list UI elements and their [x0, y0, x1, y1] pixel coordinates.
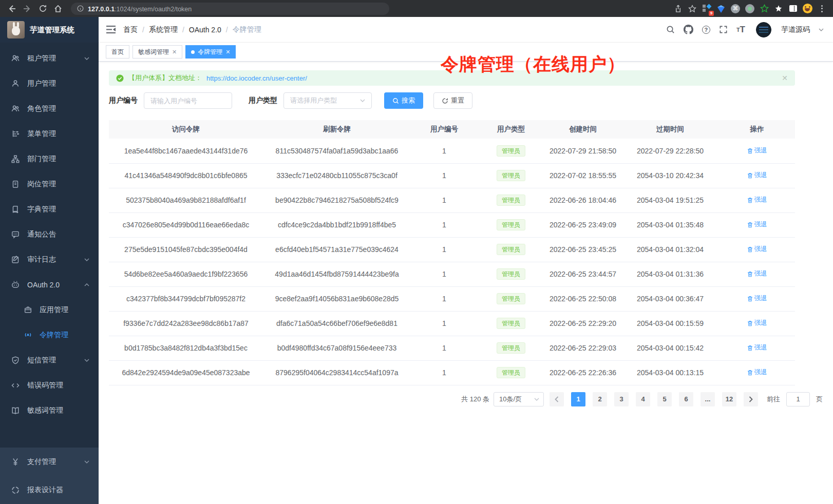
sidebar-item-audit-log[interactable]: 审计日志 [0, 247, 99, 272]
user-type-badge: 管理员 [497, 195, 525, 206]
github-icon[interactable] [684, 25, 693, 34]
prev-page-button[interactable] [550, 392, 564, 406]
page-button-6[interactable]: 6 [679, 392, 693, 406]
refresh-token-cell: b0df4980ffd34c67a08f9156e4eee733 [263, 336, 411, 360]
extension-blocks-icon[interactable]: 9 [701, 3, 713, 15]
user-type-cell: 管理员 [478, 237, 544, 262]
goto-page-input[interactable] [786, 392, 810, 406]
user-id-input[interactable] [144, 92, 232, 109]
sidebar-item-error-code[interactable]: 错误码管理 [0, 373, 99, 398]
trash-icon [747, 345, 753, 351]
force-logout-button[interactable]: 强退 [747, 319, 767, 327]
user-type-select[interactable]: 请选择用户类型 [283, 92, 372, 109]
table-row: 1ea5e44f8bc1467aaede43144f31de76811c5304… [109, 139, 795, 163]
force-logout-button[interactable]: 强退 [747, 196, 767, 204]
alert-close-icon[interactable]: ✕ [782, 74, 788, 82]
sidebar-item-report-designer[interactable]: 报表设计器 [0, 476, 99, 504]
more-pages-button[interactable]: ... [701, 392, 715, 406]
create-time-cell: 2022-07-29 21:58:50 [544, 139, 621, 163]
reload-icon[interactable] [36, 2, 49, 15]
filter-bar: 用户编号 用户类型 请选择用户类型 搜索 重置 [109, 92, 823, 109]
search-icon[interactable] [666, 25, 675, 34]
sidebar-item-sensitive-word[interactable]: 敏感词管理 [0, 398, 99, 423]
token-table: 访问令牌 刷新令牌 用户编号 用户类型 创建时间 过期时间 操作 1ea5e44… [109, 120, 795, 385]
table-row: 502375b8040a469a9b82188afdf6af1fbe90422b… [109, 188, 795, 212]
url-host: 127.0.0.1 [88, 6, 115, 13]
page-size-select[interactable]: 10条/页 [494, 392, 544, 406]
back-icon[interactable] [5, 2, 18, 15]
force-logout-button[interactable]: 强退 [747, 220, 767, 229]
extension-white-star-icon[interactable] [772, 3, 785, 15]
profile-avatar-icon[interactable] [801, 3, 813, 15]
sidebar-item-role[interactable]: 角色管理 [0, 96, 99, 121]
sidebar-item-post[interactable]: 岗位管理 [0, 171, 99, 197]
sidebar-collapse-icon[interactable] [106, 25, 116, 34]
extension-gem-icon[interactable] [715, 3, 727, 15]
top-navbar: 首页 / 系统管理 / OAuth 2.0 / 令牌管理 芋道源码 [99, 17, 833, 43]
force-logout-button[interactable]: 强退 [747, 294, 767, 303]
next-page-button[interactable] [744, 392, 758, 406]
sidebar-item-menu[interactable]: 菜单管理 [0, 121, 99, 146]
table-row: c347026e805e4d99b0d116eae66eda8ccdfc4ce9… [109, 212, 795, 237]
tab-home[interactable]: 首页 [106, 45, 129, 59]
sidebar-item-pay[interactable]: 支付管理 [0, 448, 99, 476]
page-button-5[interactable]: 5 [657, 392, 672, 406]
fullscreen-icon[interactable] [719, 25, 728, 34]
share-icon[interactable] [672, 3, 684, 15]
force-logout-button[interactable]: 强退 [747, 146, 767, 155]
sidebar-item-oauth[interactable]: OAuth 2.0 [0, 272, 99, 297]
yen-icon [10, 457, 21, 467]
page-button-3[interactable]: 3 [614, 392, 629, 406]
force-logout-button[interactable]: 强退 [747, 343, 767, 352]
tab-sensitive-word[interactable]: 敏感词管理✕ [132, 45, 182, 59]
username[interactable]: 芋道源码 [781, 25, 810, 34]
force-logout-button[interactable]: 强退 [747, 171, 767, 180]
access-token-cell: 502375b8040a469a9b82188afdf6af1f [109, 188, 263, 212]
close-icon[interactable]: ✕ [172, 49, 177, 55]
sidebar-item-dict[interactable]: 字典管理 [0, 197, 99, 222]
extension-record-icon[interactable] [744, 3, 756, 15]
users-icon [10, 104, 21, 113]
page-button-1[interactable]: 1 [571, 392, 585, 406]
force-logout-button[interactable]: 强退 [747, 245, 767, 254]
extension-command-icon[interactable]: ⌘ [729, 3, 742, 15]
tab-token[interactable]: 令牌管理✕ [185, 45, 236, 59]
user-avatar[interactable] [756, 22, 771, 37]
site-info-icon[interactable] [77, 5, 84, 12]
force-logout-button[interactable]: 强退 [747, 368, 767, 377]
page-button-4[interactable]: 4 [636, 392, 650, 406]
bookmark-star-icon[interactable] [686, 3, 698, 15]
home-icon[interactable] [51, 2, 65, 15]
sidebar-item-notice[interactable]: 通知公告 [0, 222, 99, 247]
font-size-icon[interactable] [736, 25, 745, 35]
id-card-icon [10, 180, 21, 189]
search-button[interactable]: 搜索 [384, 92, 423, 109]
sidebar-item-sms[interactable]: 短信管理 [0, 347, 99, 373]
browser-menu-icon[interactable] [816, 3, 828, 15]
force-logout-button[interactable]: 强退 [747, 269, 767, 278]
page-button-12[interactable]: 12 [722, 392, 736, 406]
side-panel-icon[interactable] [787, 3, 799, 15]
create-time-cell: 2022-07-02 18:55:55 [544, 163, 621, 188]
user-type-badge: 管理员 [497, 318, 525, 329]
user-type-cell: 管理员 [478, 139, 544, 163]
doc-link[interactable]: https://doc.iocoder.cn/user-center/ [206, 74, 307, 82]
app-logo[interactable]: 芋道管理系统 [0, 17, 99, 43]
sidebar-item-oauth-token[interactable]: 令牌管理 [0, 322, 99, 347]
reset-button[interactable]: 重置 [433, 92, 472, 109]
forward-icon[interactable] [21, 2, 34, 15]
close-icon[interactable]: ✕ [225, 49, 230, 55]
access-token-cell: c347026e805e4d99b0d116eae66eda8c [109, 212, 263, 237]
sidebar-item-oauth-app[interactable]: 应用管理 [0, 297, 99, 322]
page-button-2[interactable]: 2 [593, 392, 607, 406]
extension-star-icon[interactable] [758, 3, 770, 15]
help-icon[interactable] [702, 26, 710, 34]
address-bar[interactable]: 127.0.0.1:1024/system/oauth2/token [71, 3, 389, 15]
breadcrumb-oauth[interactable]: OAuth 2.0 [189, 26, 221, 34]
sidebar-item-user[interactable]: 用户管理 [0, 71, 99, 96]
breadcrumb-system[interactable]: 系统管理 [149, 25, 178, 34]
sidebar-item-tenant[interactable]: 租户管理 [0, 46, 99, 71]
sidebar-item-dept[interactable]: 部门管理 [0, 146, 99, 171]
chevron-down-icon[interactable] [819, 28, 824, 31]
breadcrumb-home[interactable]: 首页 [123, 25, 138, 34]
